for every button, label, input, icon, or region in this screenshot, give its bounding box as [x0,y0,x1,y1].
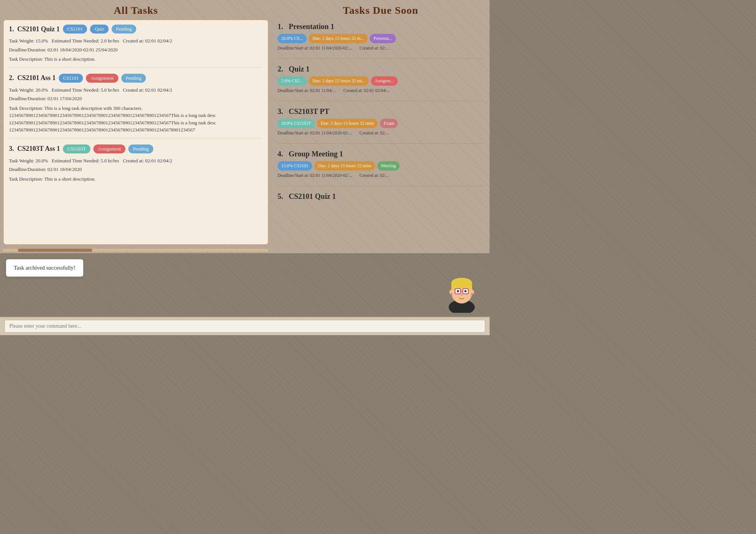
svg-point-3 [451,278,472,288]
task-3-title: 3. CS2103T Ass 1 [9,145,60,153]
task-2-meta-line1: Task Weight: 20.0% Estimated Time Needed… [9,86,263,94]
due-tasks-scroll[interactable]: 1. Presentation 1 20.0% CS... Due: 2 day… [272,19,490,253]
all-tasks-title: All Tasks [0,0,272,19]
due-task-3-created: Created at: 02:... [359,130,389,136]
task-header-1: 1. CS2101 Quiz 1 CS2101 Quiz Pending [9,25,263,34]
due-task-4-due: Due: 2 days 15 hours 32 mins [314,161,375,171]
task-1-badge-type: Quiz [90,25,108,34]
task-3-badge-type: Assignment [93,144,125,153]
task-1-meta-line1: Task Weight: 15.0% Estimated Time Needed… [9,37,263,45]
due-task-3-due: Due: 2 days 15 hours 32 mins [317,119,378,128]
due-task-3-weight: 20.0% CS2103T [278,119,315,128]
task-1-badge-status: Pending [112,25,137,34]
character-avatar [445,272,478,313]
due-tasks-title: Tasks Due Soon [272,0,490,19]
all-tasks-panel: All Tasks 1. CS2101 Quiz 1 CS2101 Quiz P… [0,0,272,253]
divider-1 [278,58,484,59]
task-2-badge-course: CS2101 [59,74,83,83]
due-task-4: 4. Group Meeting 1 15.0% CS2101 Due: 2 d… [278,150,484,178]
task-3-meta-line2: Deadline/Duration: 02:01 18/04/2020 [9,166,263,173]
due-task-1-created: Created at: 02:... [359,45,389,51]
due-tasks-panel: Tasks Due Soon 1. Presentation 1 20.0% C… [272,0,490,253]
due-task-4-deadline: Deadline/Start at: 02:01 11/04/2020-02:.… [278,173,352,178]
task-3-meta-line1: Task Weight: 20.0% Estimated Time Needed… [9,157,263,165]
task-header-3: 3. CS2103T Ass 1 CS2103T Assignment Pend… [9,144,263,153]
toast-notification: Task archived successfully! [6,259,83,277]
due-task-3: 3. CS2103T PT 20.0% CS2103T Due: 2 days … [278,107,484,136]
horizontal-scrollbar[interactable] [3,249,269,252]
task-header-2: 2. CS2101 Ass 1 CS2101 Assignment Pendin… [9,74,263,83]
svg-point-12 [464,290,467,292]
due-task-3-meta: Deadline/Start at: 02:01 11/04/2020-02:.… [278,130,484,136]
due-task-2-due: Due: 2 days 15 hours 32 mi... [309,76,369,86]
command-input[interactable] [4,320,485,333]
task-3-badge-status: Pending [128,144,153,153]
task-card-1: 1. CS2101 Quiz 1 CS2101 Quiz Pending Tas… [9,25,263,68]
task-2-meta-line2: Deadline/Duration: 02:01 17/04/2020 [9,95,263,102]
due-task-4-weight: 15.0% CS2101 [278,161,312,171]
due-task-2-title: 2. Quiz 1 [278,65,484,73]
task-3-description: Task Description: This is a short descri… [9,175,263,183]
divider-4 [278,186,484,186]
due-task-5-title: 5. CS2101 Quiz 1 [278,192,484,201]
due-task-1-badges: 20.0% CS... Due: 2 days 15 hours 32 m...… [278,34,484,43]
task-3-badge-course: CS2103T [63,144,90,153]
svg-rect-4 [451,283,454,290]
divider-2 [278,101,484,101]
due-task-2-weight: 2.0% CS2... [278,76,307,86]
svg-point-16 [450,293,452,295]
due-task-2: 2. Quiz 1 2.0% CS2... Due: 2 days 15 hou… [278,65,484,93]
due-task-1-title: 1. Presentation 1 [278,22,484,31]
due-task-2-deadline: Deadline/Start at: 02:01 11/04/... [278,88,336,93]
task-card-2: 2. CS2101 Ass 1 CS2101 Assignment Pendin… [9,74,263,139]
task-2-badge-status: Pending [121,74,146,83]
avatar-svg [445,272,478,313]
due-task-2-created: Created at: 02:01 02/04/... [343,88,390,93]
due-task-1-type: Presenta... [370,34,396,43]
due-task-3-title: 3. CS2103T PT [278,107,484,116]
svg-point-11 [457,290,459,292]
task-2-title: 2. CS2101 Ass 1 [9,74,56,82]
due-task-3-deadline: Deadline/Start at: 02:01 11/04/2020-02:.… [278,130,352,136]
bottom-area: Task archived successfully! [0,253,490,335]
task-2-description: Task Description: This is a long task de… [9,105,263,134]
due-task-4-type: Meeting [377,161,400,171]
command-input-area [0,317,490,335]
toast-message: Task archived successfully! [14,265,76,271]
due-task-1: 1. Presentation 1 20.0% CS... Due: 2 day… [278,22,484,51]
tasks-container: 1. CS2101 Quiz 1 CS2101 Quiz Pending Tas… [3,19,269,245]
due-task-2-type: Assignm... [371,76,398,86]
task-1-meta-line2: Deadline/Duration: 02:01 18/04/2020-02:0… [9,46,263,54]
due-task-4-title: 4. Group Meeting 1 [278,150,484,158]
svg-rect-5 [469,283,472,290]
due-task-1-meta: Deadline/Start at: 02:01 11/04/2020-02:.… [278,45,484,51]
due-task-4-meta: Deadline/Start at: 02:01 11/04/2020-02:.… [278,173,484,178]
due-task-3-type: Exam [380,119,398,128]
due-task-1-deadline: Deadline/Start at: 02:01 11/04/2020-02:.… [278,45,352,51]
task-card-3: 3. CS2103T Ass 1 CS2103T Assignment Pend… [9,144,263,187]
due-task-3-badges: 20.0% CS2103T Due: 2 days 15 hours 32 mi… [278,119,484,128]
task-1-description: Task Description: This is a short descri… [9,55,263,63]
scrollbar-thumb [18,249,92,252]
svg-point-13 [461,294,463,296]
divider-3 [278,143,484,144]
task-2-badge-type: Assignment [86,74,118,83]
task-1-title: 1. CS2101 Quiz 1 [9,25,60,33]
due-task-4-badges: 15.0% CS2101 Due: 2 days 15 hours 32 min… [278,161,484,171]
tasks-scroll[interactable]: 1. CS2101 Quiz 1 CS2101 Quiz Pending Tas… [3,19,269,245]
due-task-2-meta: Deadline/Start at: 02:01 11/04/... Creat… [278,88,484,93]
due-task-5: 5. CS2101 Quiz 1 [278,192,484,201]
due-task-2-badges: 2.0% CS2... Due: 2 days 15 hours 32 mi..… [278,76,484,86]
due-task-1-due: Due: 2 days 15 hours 32 m... [309,34,368,43]
due-task-1-weight: 20.0% CS... [278,34,307,43]
svg-point-17 [471,293,473,295]
task-1-badge-course: CS2101 [63,25,87,34]
due-task-4-created: Created at: 02:... [359,173,389,178]
